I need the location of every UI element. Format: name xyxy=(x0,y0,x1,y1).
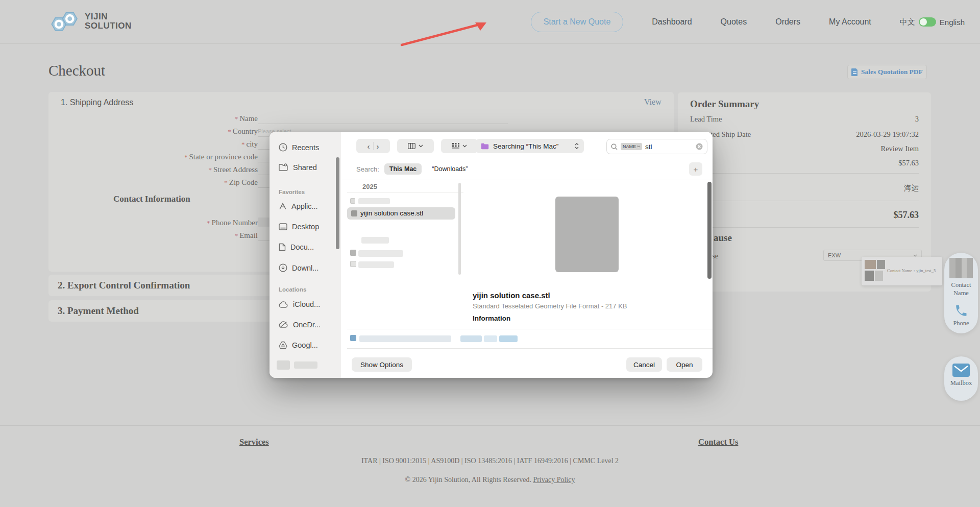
macos-file-open-dialog: Recents Shared Favorites Applic... Deskt… xyxy=(270,132,713,378)
mailbox-label: Mailbox xyxy=(950,379,972,388)
view-mode-control[interactable] xyxy=(397,139,434,153)
lead-time-label: Lead Time xyxy=(690,115,722,124)
list-scrollbar[interactable] xyxy=(458,183,461,275)
footer-services-link[interactable]: Services xyxy=(239,437,269,447)
redacted-sidebar-icon xyxy=(277,360,290,370)
file-icon xyxy=(350,250,356,256)
thumbnail xyxy=(865,260,876,269)
thumbnail xyxy=(875,271,883,281)
search-field[interactable]: NAME stl xyxy=(606,139,707,154)
column-view-icon xyxy=(408,143,415,149)
search-name-token[interactable]: NAME xyxy=(621,143,642,150)
language-toggle[interactable] xyxy=(919,17,936,27)
phone-icon[interactable] xyxy=(954,304,968,318)
footer-divider xyxy=(0,425,980,426)
site-logo[interactable]: YIJIN SOLUTION xyxy=(49,9,132,34)
email-label: Email xyxy=(239,231,258,239)
preview-meta: Standard Tesselated Geometry File Format… xyxy=(473,302,627,310)
ship-date-value: 2026-03-29 19:07:32 xyxy=(856,130,919,139)
yijin-logo-icon xyxy=(49,9,81,34)
contact-name-label[interactable]: Contact Name xyxy=(944,281,978,297)
footer-certifications: ITAR | ISO 9001:2015 | AS9100D | ISO 134… xyxy=(0,457,980,465)
incoterm-value: EXW xyxy=(828,252,841,258)
logo-text-line1: YIJIN xyxy=(85,12,132,21)
lang-english-label: English xyxy=(940,18,965,27)
state-label: State or province code xyxy=(189,153,258,161)
group-by-control[interactable] xyxy=(441,139,478,153)
cancel-button[interactable]: Cancel xyxy=(626,357,662,372)
location-dropdown[interactable]: Searching “This Mac” xyxy=(476,139,584,153)
footer-copyright: © 2026 Yijin Solution, All Rights Reserv… xyxy=(0,476,980,484)
contact-information-heading: Contact Information xyxy=(113,194,190,204)
sidebar-item-applications[interactable]: Applic... xyxy=(279,202,318,210)
phone-label[interactable]: Phone xyxy=(953,320,969,328)
open-button[interactable]: Open xyxy=(667,357,702,372)
onedrive-icon xyxy=(279,321,288,328)
file-row-redacted[interactable] xyxy=(347,259,455,270)
sidebar-item-shared[interactable]: Shared xyxy=(279,163,317,172)
lang-chinese-label: 中文 xyxy=(900,17,915,27)
privacy-policy-link[interactable]: Privacy Policy xyxy=(533,476,575,484)
sidebar-item-icloud[interactable]: iCloud... xyxy=(279,300,320,308)
sidebar-scrollbar[interactable] xyxy=(336,157,339,249)
clock-icon xyxy=(279,143,287,152)
file-row-selected[interactable]: yijin solution case.stl xyxy=(347,207,455,220)
review-item-link[interactable]: Review Item xyxy=(881,144,919,153)
sidebar-favorites-section: Favorites xyxy=(279,189,305,195)
desktop-icon xyxy=(279,223,287,230)
add-scope-button[interactable]: + xyxy=(689,162,702,176)
start-new-quote-button[interactable]: Start a New Quote xyxy=(531,12,624,32)
sidebar-item-downloads[interactable]: Downl... xyxy=(279,263,318,272)
document-icon xyxy=(279,243,286,251)
sidebar-item-desktop[interactable]: Desktop xyxy=(279,223,319,231)
applications-icon xyxy=(279,202,287,210)
divider xyxy=(690,227,919,228)
sidebar-item-googledrive[interactable]: Googl... xyxy=(279,341,318,349)
dialog-sidebar: Recents Shared Favorites Applic... Deskt… xyxy=(270,132,341,378)
zip-label: Zip Code xyxy=(229,178,258,186)
total-value: $57.63 xyxy=(894,210,919,221)
back-forward-control[interactable]: ‹ › xyxy=(356,139,390,153)
street-label: Street Address xyxy=(213,165,258,174)
search-input-value[interactable]: stl xyxy=(645,143,693,151)
dialog-scrollbar[interactable] xyxy=(707,182,712,279)
pdf-icon xyxy=(851,68,858,76)
country-label: Country xyxy=(233,127,258,135)
view-link[interactable]: View xyxy=(644,98,662,107)
nav-quotes[interactable]: Quotes xyxy=(721,17,747,27)
icloud-icon xyxy=(279,301,288,308)
path-file-icon xyxy=(350,335,356,341)
scope-this-mac[interactable]: This Mac xyxy=(384,163,422,175)
forward-icon[interactable]: › xyxy=(377,142,379,150)
logo-text-line2: SOLUTION xyxy=(85,21,132,31)
payment-method-heading: 3. Payment Method xyxy=(58,305,139,317)
file-row-redacted[interactable] xyxy=(347,248,455,258)
toggle-knob xyxy=(920,18,927,26)
floating-mailbox-widget[interactable]: Mailbox xyxy=(944,356,978,401)
show-options-button[interactable]: Show Options xyxy=(352,357,412,372)
phone-label: Phone Number xyxy=(212,219,258,227)
search-icon xyxy=(611,143,618,150)
sidebar-item-recents[interactable]: Recents xyxy=(279,143,319,152)
file-row-redacted[interactable] xyxy=(347,196,455,206)
file-icon xyxy=(350,261,356,267)
page-title: Checkout xyxy=(48,62,105,79)
back-icon[interactable]: ‹ xyxy=(368,142,370,150)
name-input[interactable] xyxy=(258,113,508,124)
nav-orders[interactable]: Orders xyxy=(775,17,800,27)
chevron-down-icon xyxy=(419,144,423,148)
scope-downloads[interactable]: “Downloads” xyxy=(427,163,473,175)
nav-my-account[interactable]: My Account xyxy=(829,17,871,27)
shared-folder-icon xyxy=(279,163,288,172)
red-annotation-arrow xyxy=(396,17,498,49)
footer-contact-us-link[interactable]: Contact Us xyxy=(698,437,738,447)
site-header: YIJIN SOLUTION Start a New Quote Dashboa… xyxy=(0,0,980,44)
sales-quotation-pdf-button[interactable]: Sales Quotation PDF xyxy=(847,65,927,79)
sidebar-item-onedrive[interactable]: OneDr... xyxy=(279,321,321,329)
chevron-down-icon xyxy=(637,146,640,148)
clear-search-icon[interactable] xyxy=(696,143,703,150)
city-label: city xyxy=(247,140,258,148)
updown-stepper-icon xyxy=(575,143,579,149)
sidebar-item-documents[interactable]: Docu... xyxy=(279,243,314,251)
nav-dashboard[interactable]: Dashboard xyxy=(652,17,692,27)
